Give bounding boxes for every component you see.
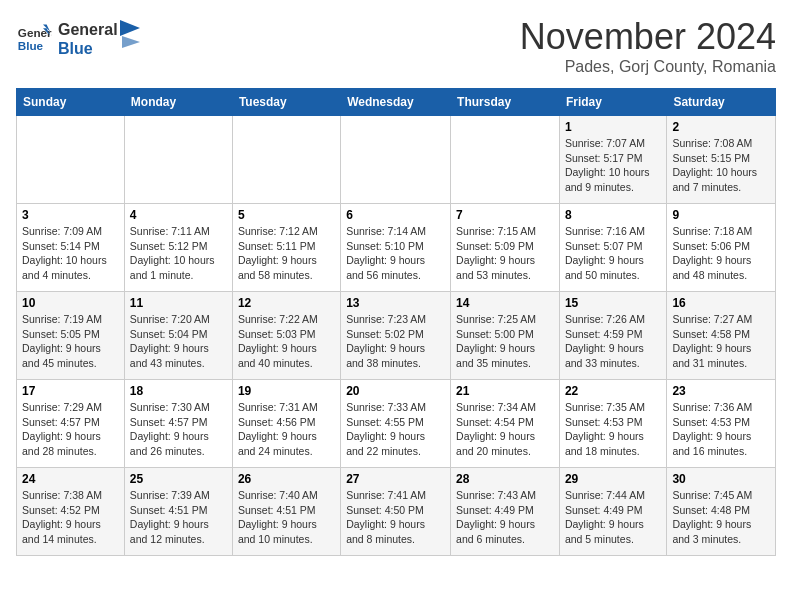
day-number: 24 — [22, 472, 119, 486]
day-info: Sunrise: 7:15 AM Sunset: 5:09 PM Dayligh… — [456, 224, 554, 283]
day-cell: 11Sunrise: 7:20 AM Sunset: 5:04 PM Dayli… — [124, 292, 232, 380]
week-row-5: 24Sunrise: 7:38 AM Sunset: 4:52 PM Dayli… — [17, 468, 776, 556]
day-cell: 19Sunrise: 7:31 AM Sunset: 4:56 PM Dayli… — [232, 380, 340, 468]
day-cell: 2Sunrise: 7:08 AM Sunset: 5:15 PM Daylig… — [667, 116, 776, 204]
day-number: 26 — [238, 472, 335, 486]
day-info: Sunrise: 7:16 AM Sunset: 5:07 PM Dayligh… — [565, 224, 661, 283]
day-info: Sunrise: 7:19 AM Sunset: 5:05 PM Dayligh… — [22, 312, 119, 371]
day-number: 19 — [238, 384, 335, 398]
svg-marker-4 — [120, 20, 140, 36]
logo-blue-text: Blue — [58, 39, 118, 58]
logo-icon: General Blue — [16, 21, 52, 57]
day-cell: 21Sunrise: 7:34 AM Sunset: 4:54 PM Dayli… — [451, 380, 560, 468]
day-number: 11 — [130, 296, 227, 310]
day-number: 21 — [456, 384, 554, 398]
calendar-body: 1Sunrise: 7:07 AM Sunset: 5:17 PM Daylig… — [17, 116, 776, 556]
day-number: 10 — [22, 296, 119, 310]
day-cell: 23Sunrise: 7:36 AM Sunset: 4:53 PM Dayli… — [667, 380, 776, 468]
day-info: Sunrise: 7:12 AM Sunset: 5:11 PM Dayligh… — [238, 224, 335, 283]
day-number: 5 — [238, 208, 335, 222]
day-number: 8 — [565, 208, 661, 222]
day-number: 4 — [130, 208, 227, 222]
week-row-3: 10Sunrise: 7:19 AM Sunset: 5:05 PM Dayli… — [17, 292, 776, 380]
day-info: Sunrise: 7:39 AM Sunset: 4:51 PM Dayligh… — [130, 488, 227, 547]
day-number: 27 — [346, 472, 445, 486]
day-info: Sunrise: 7:31 AM Sunset: 4:56 PM Dayligh… — [238, 400, 335, 459]
day-cell: 24Sunrise: 7:38 AM Sunset: 4:52 PM Dayli… — [17, 468, 125, 556]
day-cell: 3Sunrise: 7:09 AM Sunset: 5:14 PM Daylig… — [17, 204, 125, 292]
calendar-header: SundayMondayTuesdayWednesdayThursdayFrid… — [17, 89, 776, 116]
day-cell: 9Sunrise: 7:18 AM Sunset: 5:06 PM Daylig… — [667, 204, 776, 292]
day-cell: 15Sunrise: 7:26 AM Sunset: 4:59 PM Dayli… — [559, 292, 666, 380]
header-cell-saturday: Saturday — [667, 89, 776, 116]
logo-flag-icon — [120, 20, 142, 48]
day-info: Sunrise: 7:08 AM Sunset: 5:15 PM Dayligh… — [672, 136, 770, 195]
day-info: Sunrise: 7:33 AM Sunset: 4:55 PM Dayligh… — [346, 400, 445, 459]
day-info: Sunrise: 7:26 AM Sunset: 4:59 PM Dayligh… — [565, 312, 661, 371]
day-info: Sunrise: 7:44 AM Sunset: 4:49 PM Dayligh… — [565, 488, 661, 547]
day-cell: 26Sunrise: 7:40 AM Sunset: 4:51 PM Dayli… — [232, 468, 340, 556]
day-cell: 18Sunrise: 7:30 AM Sunset: 4:57 PM Dayli… — [124, 380, 232, 468]
day-info: Sunrise: 7:29 AM Sunset: 4:57 PM Dayligh… — [22, 400, 119, 459]
day-info: Sunrise: 7:35 AM Sunset: 4:53 PM Dayligh… — [565, 400, 661, 459]
day-info: Sunrise: 7:34 AM Sunset: 4:54 PM Dayligh… — [456, 400, 554, 459]
day-info: Sunrise: 7:36 AM Sunset: 4:53 PM Dayligh… — [672, 400, 770, 459]
day-cell: 6Sunrise: 7:14 AM Sunset: 5:10 PM Daylig… — [341, 204, 451, 292]
week-row-1: 1Sunrise: 7:07 AM Sunset: 5:17 PM Daylig… — [17, 116, 776, 204]
logo-general-text: General — [58, 20, 118, 39]
day-number: 9 — [672, 208, 770, 222]
header-cell-friday: Friday — [559, 89, 666, 116]
page-header: General Blue General Blue November 2024 … — [16, 16, 776, 76]
day-info: Sunrise: 7:30 AM Sunset: 4:57 PM Dayligh… — [130, 400, 227, 459]
day-cell: 29Sunrise: 7:44 AM Sunset: 4:49 PM Dayli… — [559, 468, 666, 556]
day-number: 14 — [456, 296, 554, 310]
day-info: Sunrise: 7:43 AM Sunset: 4:49 PM Dayligh… — [456, 488, 554, 547]
day-cell: 17Sunrise: 7:29 AM Sunset: 4:57 PM Dayli… — [17, 380, 125, 468]
calendar-table: SundayMondayTuesdayWednesdayThursdayFrid… — [16, 88, 776, 556]
day-cell: 20Sunrise: 7:33 AM Sunset: 4:55 PM Dayli… — [341, 380, 451, 468]
day-number: 18 — [130, 384, 227, 398]
day-number: 20 — [346, 384, 445, 398]
day-cell: 30Sunrise: 7:45 AM Sunset: 4:48 PM Dayli… — [667, 468, 776, 556]
day-info: Sunrise: 7:11 AM Sunset: 5:12 PM Dayligh… — [130, 224, 227, 283]
day-number: 15 — [565, 296, 661, 310]
day-number: 16 — [672, 296, 770, 310]
month-title: November 2024 — [520, 16, 776, 58]
header-row: SundayMondayTuesdayWednesdayThursdayFrid… — [17, 89, 776, 116]
day-info: Sunrise: 7:09 AM Sunset: 5:14 PM Dayligh… — [22, 224, 119, 283]
day-number: 29 — [565, 472, 661, 486]
day-number: 22 — [565, 384, 661, 398]
day-cell: 1Sunrise: 7:07 AM Sunset: 5:17 PM Daylig… — [559, 116, 666, 204]
day-cell: 4Sunrise: 7:11 AM Sunset: 5:12 PM Daylig… — [124, 204, 232, 292]
day-cell: 5Sunrise: 7:12 AM Sunset: 5:11 PM Daylig… — [232, 204, 340, 292]
day-info: Sunrise: 7:22 AM Sunset: 5:03 PM Dayligh… — [238, 312, 335, 371]
svg-marker-5 — [122, 36, 140, 48]
day-cell: 25Sunrise: 7:39 AM Sunset: 4:51 PM Dayli… — [124, 468, 232, 556]
day-cell: 28Sunrise: 7:43 AM Sunset: 4:49 PM Dayli… — [451, 468, 560, 556]
day-number: 30 — [672, 472, 770, 486]
location-subtitle: Pades, Gorj County, Romania — [520, 58, 776, 76]
day-info: Sunrise: 7:18 AM Sunset: 5:06 PM Dayligh… — [672, 224, 770, 283]
day-number: 25 — [130, 472, 227, 486]
day-cell: 27Sunrise: 7:41 AM Sunset: 4:50 PM Dayli… — [341, 468, 451, 556]
day-cell: 7Sunrise: 7:15 AM Sunset: 5:09 PM Daylig… — [451, 204, 560, 292]
day-cell — [232, 116, 340, 204]
day-info: Sunrise: 7:25 AM Sunset: 5:00 PM Dayligh… — [456, 312, 554, 371]
header-cell-sunday: Sunday — [17, 89, 125, 116]
day-cell: 22Sunrise: 7:35 AM Sunset: 4:53 PM Dayli… — [559, 380, 666, 468]
day-info: Sunrise: 7:07 AM Sunset: 5:17 PM Dayligh… — [565, 136, 661, 195]
day-number: 12 — [238, 296, 335, 310]
day-cell: 8Sunrise: 7:16 AM Sunset: 5:07 PM Daylig… — [559, 204, 666, 292]
week-row-2: 3Sunrise: 7:09 AM Sunset: 5:14 PM Daylig… — [17, 204, 776, 292]
week-row-4: 17Sunrise: 7:29 AM Sunset: 4:57 PM Dayli… — [17, 380, 776, 468]
day-cell: 12Sunrise: 7:22 AM Sunset: 5:03 PM Dayli… — [232, 292, 340, 380]
day-cell: 16Sunrise: 7:27 AM Sunset: 4:58 PM Dayli… — [667, 292, 776, 380]
day-info: Sunrise: 7:41 AM Sunset: 4:50 PM Dayligh… — [346, 488, 445, 547]
svg-text:Blue: Blue — [18, 39, 44, 52]
day-info: Sunrise: 7:20 AM Sunset: 5:04 PM Dayligh… — [130, 312, 227, 371]
header-cell-tuesday: Tuesday — [232, 89, 340, 116]
day-info: Sunrise: 7:38 AM Sunset: 4:52 PM Dayligh… — [22, 488, 119, 547]
day-number: 17 — [22, 384, 119, 398]
day-info: Sunrise: 7:45 AM Sunset: 4:48 PM Dayligh… — [672, 488, 770, 547]
day-number: 2 — [672, 120, 770, 134]
